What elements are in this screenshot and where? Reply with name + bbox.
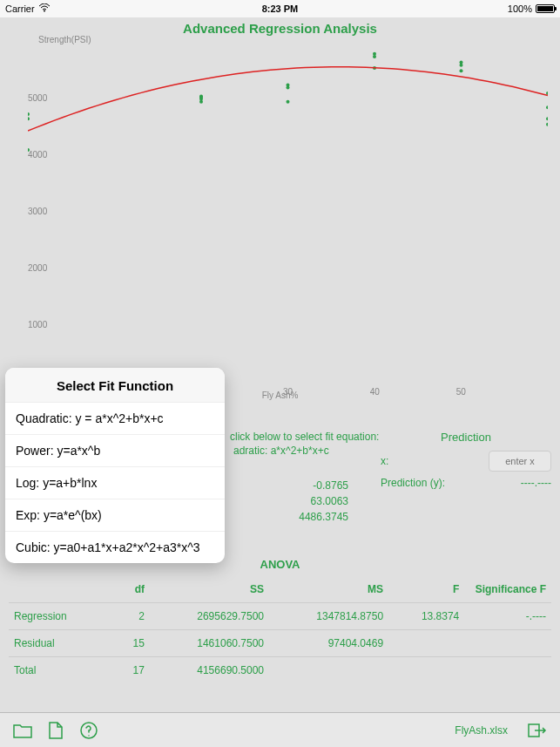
coefficients: -0.8765 63.0063 4486.3745 xyxy=(226,478,348,525)
wifi-icon xyxy=(38,3,51,14)
y-tick: 4000 xyxy=(28,149,47,159)
prediction-panel: Prediction x: Prediction (y): ----.---- xyxy=(381,431,551,494)
battery-percent: 100% xyxy=(508,3,532,14)
coef-a: -0.8765 xyxy=(226,478,348,493)
anova-h2: SS xyxy=(150,576,269,603)
svg-point-9 xyxy=(287,86,290,90)
table-row: Total 17 4156690.5000 xyxy=(9,657,551,684)
help-icon[interactable] xyxy=(78,720,99,741)
popover-title: Select Fit Function xyxy=(5,368,225,403)
bottom-toolbar: FlyAsh.xlsx xyxy=(0,712,560,747)
x-axis-label: Fly Ash% xyxy=(262,390,299,400)
prediction-y-value: ----.---- xyxy=(521,477,551,489)
file-icon[interactable] xyxy=(45,720,66,741)
svg-point-2 xyxy=(28,117,30,120)
anova-h0 xyxy=(9,576,96,603)
battery-icon xyxy=(536,4,555,13)
x-tick: 40 xyxy=(370,387,380,397)
status-bar: Carrier 8:23 PM 100% xyxy=(0,0,560,17)
svg-point-18 xyxy=(546,105,548,109)
fit-function-popover: Select Fit Function Quadratic: y = a*x^2… xyxy=(5,368,225,563)
coef-c: 4486.3745 xyxy=(226,509,348,525)
fit-option-log[interactable]: Log: y=a+b*lnx xyxy=(5,467,225,499)
table-row: Regression 2 2695629.7500 1347814.8750 1… xyxy=(9,603,551,630)
chart-area: Strength(PSI) 1000 2000 3000 4000 5000 3… xyxy=(9,31,551,402)
svg-point-12 xyxy=(373,55,376,58)
table-row: Residual 15 1461060.7500 97404.0469 xyxy=(9,630,551,657)
anova-table: ANOVA df SS MS F Significance F Regressi… xyxy=(9,558,551,683)
svg-point-15 xyxy=(460,64,463,67)
x-tick: 50 xyxy=(456,387,466,397)
y-tick: 5000 xyxy=(28,92,47,102)
fit-option-cubic[interactable]: Cubic: y=a0+a1*x+a2*x^2+a3*x^3 xyxy=(5,532,225,563)
svg-point-7 xyxy=(199,96,203,99)
coef-b: 63.0063 xyxy=(226,493,348,509)
prediction-x-input[interactable] xyxy=(489,451,551,472)
plot: 1000 2000 3000 4000 5000 30 40 50 xyxy=(28,45,548,384)
clock: 8:23 PM xyxy=(262,3,299,14)
fit-option-quadratic[interactable]: Quadratic: y = a*x^2+b*x+c xyxy=(5,403,225,435)
svg-point-1 xyxy=(28,112,30,116)
prediction-y-label: Prediction (y): xyxy=(381,477,445,489)
prediction-header: Prediction xyxy=(381,431,551,444)
anova-h1: df xyxy=(96,576,150,603)
anova-h5: Significance F xyxy=(464,576,551,603)
svg-point-20 xyxy=(546,123,548,126)
anova-h3: MS xyxy=(269,576,388,603)
filename-label: FlyAsh.xlsx xyxy=(455,724,508,737)
y-axis-label: Strength(PSI) xyxy=(38,35,91,44)
y-tick: 2000 xyxy=(28,262,47,272)
prediction-x-label: x: xyxy=(381,455,388,467)
fit-option-exp[interactable]: Exp: y=a*e^(bx) xyxy=(5,499,225,532)
svg-point-10 xyxy=(287,100,290,104)
svg-point-6 xyxy=(199,100,203,104)
anova-h4: F xyxy=(388,576,464,603)
carrier-label: Carrier xyxy=(5,3,35,14)
folder-icon[interactable] xyxy=(12,720,33,741)
y-tick: 1000 xyxy=(28,319,47,329)
svg-point-19 xyxy=(546,117,548,120)
export-icon[interactable] xyxy=(527,720,548,741)
y-tick: 3000 xyxy=(28,206,47,215)
svg-point-16 xyxy=(460,69,463,72)
svg-point-0 xyxy=(44,10,45,12)
fit-option-power[interactable]: Power: y=a*x^b xyxy=(5,435,225,467)
